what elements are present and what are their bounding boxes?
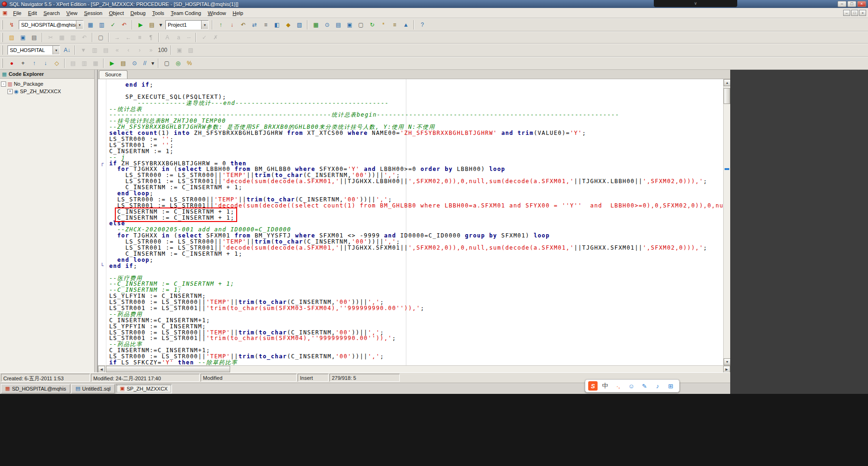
- menu-item-debug[interactable]: Debug: [127, 9, 149, 17]
- tree-item-procedure[interactable]: + ◉ SP_ZH_MZXXCX: [1, 88, 93, 95]
- scroll-up-button[interactable]: ▲: [724, 79, 731, 86]
- uppercase-icon[interactable]: A: [162, 33, 172, 42]
- sql-editor-icon[interactable]: ▣: [344, 20, 355, 30]
- child-close-button[interactable]: ×: [859, 10, 866, 16]
- comment-lines-icon[interactable]: --: [185, 33, 193, 42]
- sort-lines-icon[interactable]: ≡: [135, 33, 145, 42]
- vertical-scroll-thumb[interactable]: [724, 88, 730, 104]
- task-tab-session[interactable]: ▦ SD_HOSPITAL@mqhis: [1, 384, 70, 393]
- outline-view-icon[interactable]: ▦: [90, 59, 101, 68]
- menu-item-object[interactable]: Object: [105, 9, 127, 17]
- indent-icon[interactable]: →: [112, 33, 122, 42]
- close-button[interactable]: ×: [857, 1, 866, 7]
- history-icon[interactable]: ≡: [261, 20, 271, 30]
- restore-button[interactable]: □: [847, 1, 856, 7]
- menu-item-team-coding[interactable]: Team Coding: [167, 9, 204, 17]
- select-block-icon[interactable]: ▢: [96, 33, 106, 42]
- task-tab-procedure[interactable]: ▣ SP_ZH_MZXXCX: [116, 384, 172, 393]
- execute-icon[interactable]: ▶: [135, 20, 146, 30]
- horizontal-scroll-thumb[interactable]: [106, 366, 230, 372]
- tree-item-no-package[interactable]: - ▥ No_Package: [1, 80, 93, 88]
- scroll-left-button[interactable]: ◀: [98, 366, 105, 373]
- menu-item-file[interactable]: File: [10, 9, 25, 17]
- expand-icon[interactable]: +: [7, 89, 13, 94]
- rows-icon[interactable]: ▤: [101, 45, 111, 55]
- menu-item-window[interactable]: Window: [204, 9, 229, 17]
- format-code-icon[interactable]: ¶: [146, 33, 156, 42]
- team-coding-icon[interactable]: ▧: [294, 20, 305, 30]
- spec-view-icon[interactable]: ▤: [68, 59, 78, 68]
- task-tab-untitled-sql[interactable]: ▤ Untitled1.sql: [71, 384, 115, 393]
- get-latest-icon[interactable]: ⇄: [249, 20, 260, 30]
- columns-icon[interactable]: ▥: [90, 45, 100, 55]
- menu-item-search[interactable]: Search: [40, 9, 63, 17]
- minimize-button[interactable]: –: [838, 1, 846, 7]
- horizontal-scroll-track[interactable]: [105, 366, 723, 372]
- first-row-icon[interactable]: «: [112, 45, 122, 55]
- navigate-down-icon[interactable]: ↓: [40, 59, 51, 68]
- refresh-icon[interactable]: ↻: [367, 20, 377, 30]
- child-restore-button[interactable]: □: [851, 10, 858, 16]
- toolbar-grip[interactable]: [2, 45, 4, 55]
- coll apse-icon[interactable]: -: [1, 81, 6, 87]
- check-out-icon[interactable]: ↓: [227, 20, 237, 30]
- record-macro-icon[interactable]: ●: [7, 59, 17, 68]
- sogou-logo-icon[interactable]: S: [588, 381, 598, 391]
- wizard-icon[interactable]: *: [378, 20, 389, 30]
- new-window-icon[interactable]: ▢: [162, 59, 172, 68]
- rollback-icon[interactable]: ↶: [119, 20, 129, 30]
- cut-icon[interactable]: ✂: [45, 33, 56, 42]
- help-icon[interactable]: ?: [417, 20, 427, 30]
- open-object-icon[interactable]: ▤: [147, 20, 157, 30]
- ime-handwriting-icon[interactable]: ✎: [639, 381, 650, 391]
- undo-checkout-icon[interactable]: ↶: [238, 20, 248, 30]
- menu-item-session[interactable]: Session: [81, 9, 105, 17]
- body-view-icon[interactable]: ▥: [79, 59, 90, 68]
- lock-icon[interactable]: ◆: [283, 20, 293, 30]
- menu-item-tools[interactable]: Tools: [149, 9, 168, 17]
- child-minimize-button[interactable]: –: [843, 10, 850, 16]
- menu-item-view[interactable]: View: [63, 9, 81, 17]
- paste-icon[interactable]: ▥: [68, 33, 78, 42]
- filter-icon[interactable]: ▼: [78, 45, 89, 55]
- connection-combo[interactable]: SD_HOSPITAL@mqhis(1) ▾: [19, 20, 83, 30]
- comment-toggle-icon[interactable]: //: [141, 59, 149, 68]
- project-combo[interactable]: Project1 ▾: [165, 20, 209, 30]
- run-icon[interactable]: ▶: [107, 59, 117, 68]
- code-pane[interactable]: end if; SP_EXECUTE_SQL(PSQLTEXT); ------…: [106, 79, 723, 365]
- next-row-icon[interactable]: ›: [135, 45, 145, 55]
- menu-item-edit[interactable]: Edit: [25, 9, 40, 17]
- scroll-right-button[interactable]: ▶: [723, 366, 730, 373]
- last-row-icon[interactable]: »: [146, 45, 156, 55]
- scroll-down-button[interactable]: ▼: [724, 358, 731, 365]
- session-list-icon[interactable]: ▥: [97, 20, 107, 30]
- add-item-icon[interactable]: +: [18, 59, 28, 68]
- check-in-icon[interactable]: ↑: [216, 20, 226, 30]
- horizontal-scrollbar[interactable]: ◀ ▶: [98, 365, 730, 372]
- dropdown-arrow-icon[interactable]: ▾: [76, 21, 83, 29]
- ime-toolbar[interactable]: S中·,☺✎♪⊞: [585, 379, 680, 392]
- edit-data-icon[interactable]: ▧: [186, 45, 196, 55]
- prev-row-icon[interactable]: ‹: [123, 45, 134, 55]
- print-icon[interactable]: ▤: [29, 33, 39, 42]
- dropdown-arrow-icon[interactable]: ▾: [150, 59, 156, 68]
- db-navigator-icon[interactable]: ▦: [311, 20, 321, 30]
- ime-emoji-icon[interactable]: ☺: [626, 381, 637, 391]
- spell-check-icon[interactable]: ✗: [210, 33, 221, 42]
- analyze-icon[interactable]: ▲: [401, 20, 411, 30]
- sort-az-icon[interactable]: A↓: [62, 45, 72, 55]
- vertical-scroll-track[interactable]: [724, 86, 730, 358]
- open-file-icon[interactable]: ▨: [7, 33, 17, 42]
- syntax-check-icon[interactable]: ✓: [199, 33, 210, 42]
- ime-toolbox-icon[interactable]: ⊞: [665, 381, 676, 391]
- ime-voice-icon[interactable]: ♪: [652, 381, 663, 391]
- new-session-icon[interactable]: ↯: [7, 20, 17, 30]
- toolbar-grip[interactable]: [2, 20, 4, 30]
- copy-icon[interactable]: ▦: [57, 33, 67, 42]
- profiler-icon[interactable]: %: [184, 59, 195, 68]
- commit-icon[interactable]: ✓: [108, 20, 118, 30]
- explain-plan-icon[interactable]: ▤: [118, 59, 128, 68]
- compare-icon[interactable]: ◧: [272, 20, 282, 30]
- goto-bookmark-icon[interactable]: ◇: [52, 59, 62, 68]
- save-file-icon[interactable]: ▣: [18, 33, 28, 42]
